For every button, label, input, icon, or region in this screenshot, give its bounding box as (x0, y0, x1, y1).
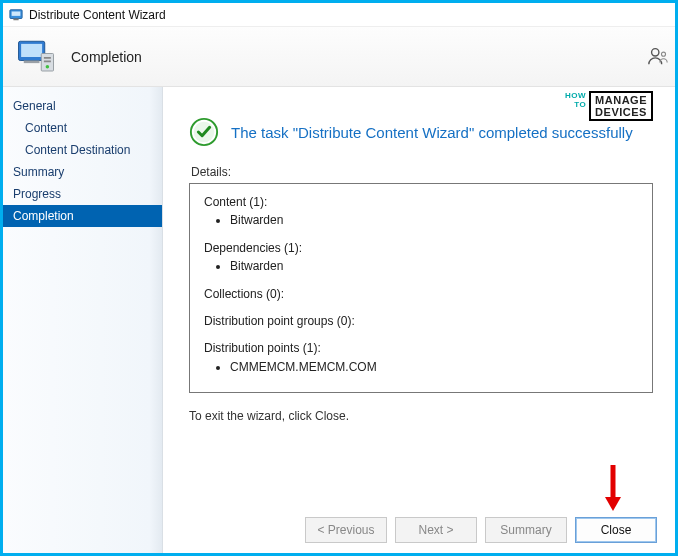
nav-content[interactable]: Content (3, 117, 162, 139)
svg-marker-15 (605, 497, 621, 511)
wizard-nav: General Content Content Destination Summ… (3, 87, 163, 553)
main-panel: HOWTOMANAGEDEVICES The task "Distribute … (163, 87, 675, 553)
status-message: The task "Distribute Content Wizard" com… (231, 124, 633, 141)
nav-general[interactable]: General (3, 95, 162, 117)
nav-completion[interactable]: Completion (3, 205, 162, 227)
window-frame: Distribute Content Wizard Completion Gen… (0, 0, 678, 556)
wizard-body: General Content Content Destination Summ… (3, 87, 675, 553)
svg-point-10 (652, 49, 659, 56)
svg-point-11 (661, 52, 665, 56)
button-row: < Previous Next > Summary Close (305, 517, 657, 543)
next-button: Next > (395, 517, 477, 543)
details-collections-header: Collections (0): (204, 286, 638, 303)
details-dp-item: CMMEMCM.MEMCM.COM (230, 359, 638, 376)
svg-rect-4 (21, 43, 42, 56)
details-dependencies-header: Dependencies (1): (204, 240, 638, 257)
previous-button: < Previous (305, 517, 387, 543)
status-row: The task "Distribute Content Wizard" com… (189, 117, 653, 147)
details-dpg-header: Distribution point groups (0): (204, 313, 638, 330)
svg-rect-7 (44, 57, 51, 59)
title-bar: Distribute Content Wizard (3, 3, 675, 27)
annotation-arrow-icon (603, 463, 623, 513)
nav-summary[interactable]: Summary (3, 161, 162, 183)
computer-icon (15, 36, 57, 78)
details-box: Content (1): Bitwarden Dependencies (1):… (189, 183, 653, 393)
svg-rect-5 (24, 60, 40, 63)
details-content-header: Content (1): (204, 194, 638, 211)
details-label: Details: (191, 165, 653, 179)
exit-instruction: To exit the wizard, click Close. (189, 409, 653, 423)
nav-progress[interactable]: Progress (3, 183, 162, 205)
user-icon (647, 45, 669, 67)
page-title: Completion (71, 49, 142, 65)
nav-content-destination[interactable]: Content Destination (3, 139, 162, 161)
success-check-icon (189, 117, 219, 147)
svg-rect-2 (13, 18, 18, 20)
watermark: HOWTOMANAGEDEVICES (565, 91, 653, 121)
close-button[interactable]: Close (575, 517, 657, 543)
summary-button: Summary (485, 517, 567, 543)
svg-point-9 (46, 64, 50, 68)
svg-rect-1 (12, 11, 21, 15)
header-band: Completion (3, 27, 675, 87)
details-dp-header: Distribution points (1): (204, 340, 638, 357)
details-dependencies-item: Bitwarden (230, 258, 638, 275)
window-title: Distribute Content Wizard (29, 8, 166, 22)
app-icon (9, 8, 23, 22)
svg-rect-8 (44, 60, 51, 62)
details-content-item: Bitwarden (230, 212, 638, 229)
